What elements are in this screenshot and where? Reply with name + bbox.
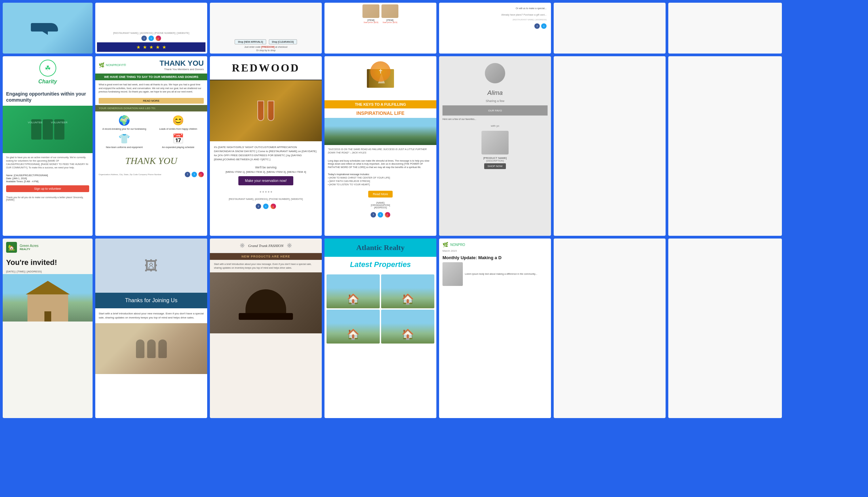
person-2 xyxy=(147,339,156,358)
facebook-icon[interactable]: f xyxy=(141,36,147,41)
time-field: Available Times: [5 AM - 4 PM] xyxy=(6,180,89,183)
atlantic-brand-name: Atlantic Realty xyxy=(329,243,432,252)
promo-text: Or will us to make a special... xyxy=(513,4,549,12)
twitter-icon-2[interactable]: t xyxy=(541,23,547,29)
house-door xyxy=(44,311,51,322)
donation-label-4: An expanded playing schedule xyxy=(162,146,194,149)
date-field: Date: [JAN 1, 2016] xyxy=(6,177,89,180)
footer-twitter-icon[interactable]: t xyxy=(192,172,197,177)
houses-grid xyxy=(325,272,436,345)
facebook-icon-2[interactable]: f xyxy=(534,23,540,29)
uniforms-icon: 👕 xyxy=(118,133,130,144)
card-nonprofit-thankyou[interactable]: 🌿 NONPROFIT® THANK YOU Thank You Members… xyxy=(95,56,207,236)
card-partial-newsletter[interactable]: Alima Sharing a few OUR FAVO Here are a … xyxy=(439,56,551,236)
fashion-brand-name: Grand Trunk FASHION xyxy=(248,244,284,248)
nonprofit2-title: Monthly Update: Making a D xyxy=(442,255,548,260)
property-image-2 xyxy=(381,274,434,308)
volunteer-1: VOLUNTEER xyxy=(31,119,41,140)
signup-button[interactable]: Sign up to volunteer xyxy=(6,185,89,192)
partial-body-text: Here are a few of our favorites... xyxy=(442,115,548,123)
thankyou-heading: THANK YOU xyxy=(129,59,204,68)
fashion-brand-em: Grand Trunk xyxy=(248,244,267,248)
clearance-btn[interactable]: Shop [CLEARANCE] xyxy=(269,39,297,44)
partial-favorites-label: with yo xyxy=(442,123,548,129)
card-inspirational[interactable]: ✝ THE KEYS TO A FULFILLING INSPIRATIONAL… xyxy=(325,56,436,236)
realty-logo-icon: 🏡 xyxy=(6,242,17,253)
twitter-icon[interactable]: t xyxy=(149,36,154,41)
card-atlantic-realty[interactable]: Atlantic Realty Latest Properties xyxy=(325,239,436,418)
thankyou-subheading: Thank You Members and Donors xyxy=(129,68,204,71)
thanks-image-placeholder: 🖼 xyxy=(95,239,207,293)
nonprofit2-body-text: Lorem ipsum body text about making a dif… xyxy=(465,272,537,276)
footer-instagram-icon[interactable]: i xyxy=(198,172,204,177)
redwood-facebook-icon[interactable]: f xyxy=(256,203,261,209)
fashion-body-text: Start with a brief introduction about yo… xyxy=(210,260,322,272)
invited-heading: You're invited! xyxy=(3,256,93,269)
restaurant-footer-name: [RESTAURANT NAME] | [ADDRESS] xyxy=(510,17,549,22)
inspirational-orange-title: INSPIRATIONAL LIFE xyxy=(325,109,436,118)
footer-facebook-icon[interactable]: f xyxy=(185,172,190,177)
list-item-1: • [HOW TO MAKE CHRIST THE CENTER OF YOUR… xyxy=(328,176,433,179)
card-product-sale[interactable]: [ITEM] Sale price: [$15] [ITEM] Sale pri… xyxy=(325,3,436,54)
footer-name: [NAME] xyxy=(328,202,433,204)
product-price-1: Sale price: [$15] xyxy=(362,22,380,23)
thank-you-script-text: THANK YOU xyxy=(95,152,207,170)
inspirational-read-more-button[interactable]: Read More xyxy=(368,191,393,198)
inspi-twitter-icon[interactable]: t xyxy=(378,212,383,217)
house-illustration xyxy=(27,294,68,322)
redwood-twitter-icon[interactable]: t xyxy=(263,203,268,209)
realty-brand-name: Green Acres xyxy=(20,244,39,248)
charity-fields: Name: [CAUSE/PROJECT/PROGRAM] Date: [JAN… xyxy=(3,174,93,183)
property-image-3 xyxy=(327,310,380,343)
read-more-button[interactable]: READ MORE xyxy=(99,98,204,104)
card-restaurant-stars[interactable]: [RESTAURANT NAME] | [ADDRESS] | [PHONE N… xyxy=(95,3,207,54)
donation-item-4: 📅 An expanded playing schedule xyxy=(153,133,204,149)
stars-bar: ★ ★ ★ ★ ★ xyxy=(97,42,206,52)
wine-glasses-illustration xyxy=(257,101,274,121)
list-item-3: • [HOW TO LISTEN 'TO YOUR HEART] xyxy=(328,183,433,186)
divider: ✦✦✦✦✦ xyxy=(210,190,322,194)
charity-tagline: Engaging opportunities within your commu… xyxy=(3,88,93,106)
partial-tagline: Sharing a few xyxy=(442,99,548,103)
card-charity[interactable]: ☘ Charity Engaging opportunities within … xyxy=(3,56,93,236)
redwood-footer-info: [RESTAURANT NAME], [ADDRESS], [PHONE NUM… xyxy=(210,196,322,202)
instagram-icon[interactable]: i xyxy=(156,36,161,41)
redwood-brand: REDWOOD xyxy=(215,62,316,74)
reserve-button[interactable]: Make your reservation now! xyxy=(238,176,294,185)
volunteer-text-3: VOLUNTEER xyxy=(51,121,68,124)
person-1 xyxy=(136,339,144,358)
nonprofit2-brand-label: NONPRO xyxy=(450,243,465,247)
realty-brand-block: Green Acres REALTY xyxy=(20,244,39,251)
card-green-acres[interactable]: 🏡 Green Acres REALTY You're invited! [DA… xyxy=(3,239,93,418)
card-travel[interactable] xyxy=(3,3,93,54)
product-image-1 xyxy=(362,4,380,18)
inspi-facebook-icon[interactable]: f xyxy=(371,212,376,217)
card-thanks-joining[interactable]: 🖼 Thanks for Joining Us Start with a bri… xyxy=(95,239,207,418)
card-fashion[interactable]: ❋ Grand Trunk FASHION ❋ NEW PRODUCTS ARE… xyxy=(210,239,322,418)
redwood-instagram-icon[interactable]: i xyxy=(271,203,276,209)
nonprofit-title-block: THANK YOU Thank You Members and Donors xyxy=(129,59,204,71)
promo-subtext: Already have plans? Purchase a gift card… xyxy=(499,12,549,17)
card-partial-r2c7 xyxy=(668,56,782,236)
charity-icon: ☘ xyxy=(45,64,51,72)
shop-now-button[interactable]: SHOP NOW xyxy=(484,163,506,169)
product-label-1: [ITEM] xyxy=(362,19,380,22)
invited-details: [DATE] | [TIME] | [ADDRESS] xyxy=(3,269,93,274)
card-redwood[interactable]: REDWOOD It's [DATE NIGHT/GIRLS' NIGHT OU… xyxy=(210,56,322,236)
charity-body-text: So glad to have you as an active member … xyxy=(3,153,93,172)
new-arrivals-btn[interactable]: Shop [NEW ARRIVALS] xyxy=(235,39,266,44)
restaurant-name: [RESTAURANT NAME] | [ADDRESS] | [PHONE N… xyxy=(113,32,189,34)
product-price-2: Sale price: [$15] xyxy=(382,22,398,23)
card-restaurant-promo[interactable]: Or will us to make a special... Already … xyxy=(439,3,551,54)
fashion-hat-image xyxy=(210,272,322,333)
thanks-body-text: Start with a brief introduction about yo… xyxy=(95,308,207,323)
shop-subtext: Or stop by to shop xyxy=(256,49,275,52)
nonprofit-body-text: What a great event we had last week, and… xyxy=(95,80,207,97)
card-nonprofit-monthly[interactable]: 🌿 NONPRO March 2015 Monthly Update: Maki… xyxy=(439,239,551,418)
serving-title: We'll be serving xyxy=(210,166,322,169)
inspi-instagram-icon[interactable]: i xyxy=(385,212,390,217)
card-shop[interactable]: Shop [NEW ARRIVALS] Shop [CLEARANCE] Jus… xyxy=(210,3,322,54)
partial-product-name: [PRODUCT NAME] xyxy=(442,157,548,159)
menu-items-text: [MENU ITEM 1], [MENU ITEM 2], [MENU ITEM… xyxy=(210,170,322,173)
inspirational-footer-info: [NAME] [ORGANIZATION] [ADDRESS] xyxy=(325,200,436,211)
